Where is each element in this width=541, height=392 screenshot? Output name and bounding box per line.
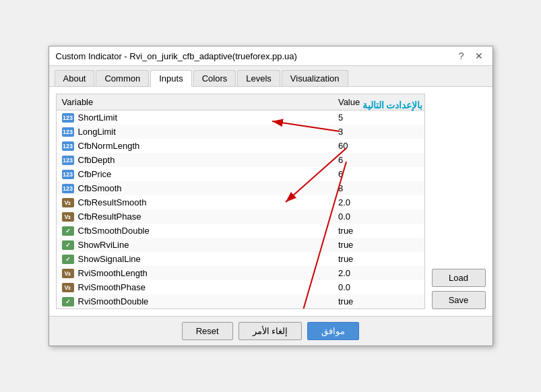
reset-button[interactable]: Reset [182,322,233,340]
cell-value[interactable]: true [333,252,424,266]
cell-value[interactable]: 60 [333,139,424,153]
variable-name: ShowRviLine [78,240,129,250]
tab-bar: About Common Inputs Colors Levels Visual… [49,66,492,87]
variable-name: CfbResultPhase [78,211,141,222]
type-icon: ✓ [62,297,74,306]
table-row[interactable]: 123ShortLimit5 [57,110,424,125]
variable-name: RviSmoothDouble [78,296,149,306]
cell-variable: 123CfbDepth [57,153,333,167]
cell-variable: ✓RviSmoothDouble [57,294,333,308]
window-title: Custom Indicator - Rvi_on_jurik_cfb_adap… [56,51,297,61]
cell-variable: 123CfbPrice [57,167,333,181]
cancel-button[interactable]: إلغاء الأمر [238,322,303,340]
table-row[interactable]: 123LongLimit3 [57,125,424,139]
cell-variable: V₂CfbResultSmooth [57,195,333,209]
type-icon: 123 [62,170,74,179]
variable-name: CfbDepth [78,155,115,165]
variable-name: CfbSmoothDouble [78,226,150,236]
cell-value[interactable]: true [333,294,424,308]
type-icon: ✓ [62,226,74,236]
type-icon: 123 [62,113,74,123]
table-row[interactable]: ✓CfbSmoothDoubletrue [57,224,424,238]
cell-value[interactable]: true [333,224,424,238]
cell-value[interactable]: 0.0 [333,280,424,294]
cell-variable: ✓ShowSignalLine [57,252,333,266]
type-icon: 123 [62,141,74,151]
cell-variable: 123LongLimit [57,125,333,139]
cell-value[interactable]: 2.0 [333,266,424,280]
variable-name: ShowSignalLine [78,254,141,264]
variable-name: RviSmoothLength [78,268,148,278]
title-bar-controls: ? ✕ [456,51,486,61]
table-row[interactable]: ✓RviSmoothDoubletrue [57,294,424,308]
variable-name: RviSmoothPhase [78,282,146,292]
variable-name: ShortLimit [78,112,118,123]
table-row[interactable]: ✓ShowRviLinetrue [57,238,424,252]
type-icon: 123 [62,156,74,165]
tab-visualization[interactable]: Visualization [282,70,348,86]
type-icon: 123 [62,127,74,137]
cell-variable: ✓CfbSmoothDouble [57,224,333,238]
cell-variable: ✓ShowRviLine [57,238,333,252]
main-window: Custom Indicator - Rvi_on_jurik_cfb_adap… [49,46,493,346]
cell-value[interactable]: 2.0 [333,195,424,209]
load-button[interactable]: Load [432,269,486,287]
cell-variable: V₂RviSmoothLength [57,266,333,280]
variable-name: CfbPrice [78,169,112,179]
cell-variable: 123CfbSmooth [57,181,333,195]
table-row[interactable]: V₂RviSmoothLength2.0 [57,266,424,280]
variables-table: Variable Value 123ShortLimit5123LongLimi… [57,94,424,308]
type-icon: ✓ [62,255,74,264]
table-row[interactable]: ✓ShowSignalLinetrue [57,252,424,266]
type-icon: 123 [62,184,74,193]
side-panel: Load Save [432,94,486,309]
cell-variable: V₂RviSmoothPhase [57,280,333,294]
bottom-bar: Reset إلغاء الأمر موافق [49,316,492,346]
table-row[interactable]: V₂CfbResultPhase0.0 [57,209,424,224]
variable-name: LongLimit [78,127,116,137]
col-header-variable: Variable [57,94,333,110]
table-row[interactable]: 123CfbPrice6 [57,167,424,181]
cell-variable: 123CfbNormLength [57,139,333,153]
variable-name: CfbSmooth [78,183,122,193]
type-icon: V₂ [62,269,74,278]
cell-value[interactable]: 6 [333,153,424,167]
table-row[interactable]: V₂CfbResultSmooth2.0 [57,195,424,209]
type-icon: ✓ [62,240,74,250]
type-icon: V₂ [62,212,74,222]
cell-variable: 123ShortLimit [57,110,333,125]
variables-table-wrapper: بالإعدادت التالية Vari [56,94,425,309]
type-icon: V₂ [62,198,74,207]
cell-value[interactable]: 0.0 [333,209,424,224]
title-bar: Custom Indicator - Rvi_on_jurik_cfb_adap… [49,46,492,66]
table-row[interactable]: 123CfbNormLength60 [57,139,424,153]
tab-inputs[interactable]: Inputs [150,70,191,87]
type-icon: V₂ [62,283,74,292]
ok-button[interactable]: موافق [307,322,359,340]
tab-colors[interactable]: Colors [193,70,236,86]
table-row[interactable]: 123CfbDepth6 [57,153,424,167]
tab-common[interactable]: Common [96,70,149,86]
cell-value[interactable]: 6 [333,167,424,181]
annotation-label: بالإعدادت التالية [362,100,423,110]
help-button[interactable]: ? [456,51,467,61]
cell-value[interactable]: 5 [333,110,424,125]
tab-levels[interactable]: Levels [237,70,280,86]
tab-about[interactable]: About [55,70,95,86]
close-button[interactable]: ✕ [472,51,486,61]
save-button[interactable]: Save [432,291,486,309]
cell-value[interactable]: true [333,238,424,252]
table-row[interactable]: 123CfbSmooth8 [57,181,424,195]
cell-value[interactable]: 8 [333,181,424,195]
cell-value[interactable]: 3 [333,125,424,139]
table-row[interactable]: V₂RviSmoothPhase0.0 [57,280,424,294]
variable-name: CfbNormLength [78,141,140,151]
variable-name: CfbResultSmooth [78,197,147,207]
content-area: بالإعدادت التالية Vari [49,87,492,316]
cell-variable: V₂CfbResultPhase [57,209,333,224]
